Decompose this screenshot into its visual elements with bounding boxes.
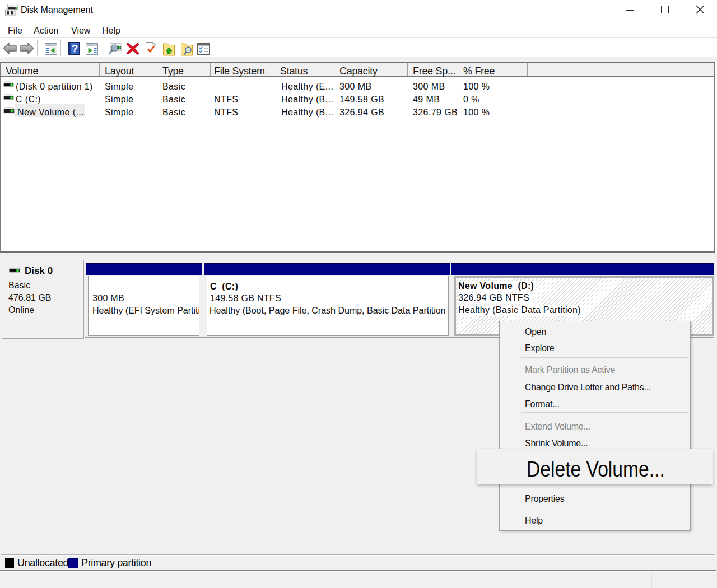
svg-text:?: ? bbox=[72, 43, 78, 54]
